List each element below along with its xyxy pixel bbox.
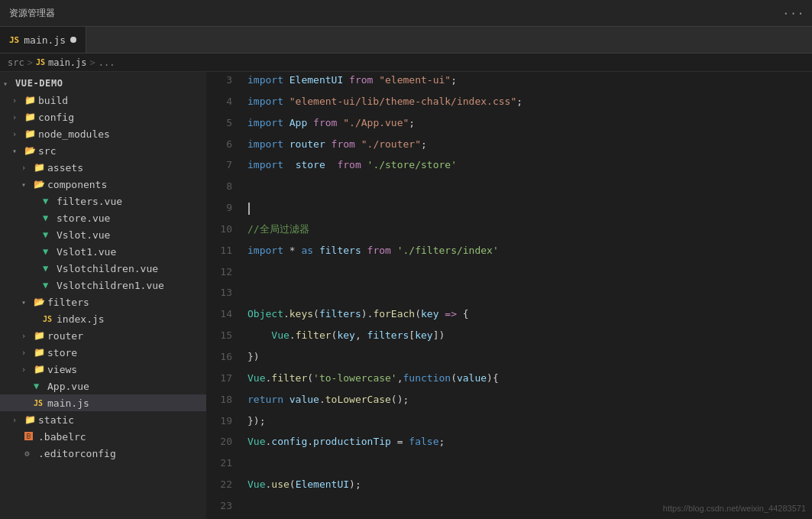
vslotchildren-icon: ▼ <box>43 263 57 274</box>
vslotchildren-label: Vslotchildren.vue <box>57 263 206 274</box>
sidebar-item-node-modules[interactable]: › 📁 node_modules <box>0 125 206 142</box>
filters-vue-icon: ▼ <box>43 196 57 206</box>
sidebar-item-store-vue[interactable]: ▼ store.vue <box>0 209 206 226</box>
code-line-18: 18 return value.toLowerCase(); <box>206 391 812 413</box>
sidebar-item-vslotchildren1-vue[interactable]: ▼ Vslotchildren1.vue <box>0 277 206 294</box>
index-js-label: index.js <box>57 313 206 325</box>
sidebar-item-vslotchildren-vue[interactable]: ▼ Vslotchildren.vue <box>0 260 206 277</box>
src-folder-icon: 📂 <box>24 145 38 156</box>
code-line-4: 4 import "element-ui/lib/theme-chalk/ind… <box>206 93 812 115</box>
sidebar-item-editorconfig[interactable]: ⚙ .editorconfig <box>0 445 206 462</box>
bc-sep2: > <box>90 57 95 68</box>
sidebar-item-babelrc[interactable]: 🅱 .babelrc <box>0 428 206 445</box>
sidebar-item-filters[interactable]: ▾ 📂 filters <box>0 294 206 310</box>
bc-src: src <box>8 57 24 68</box>
bc-filename: main.js <box>48 57 87 68</box>
sidebar-item-filters-vue[interactable]: ▼ filters.vue <box>0 193 206 209</box>
sidebar-item-build[interactable]: › 📁 build <box>0 92 206 109</box>
sidebar-item-config[interactable]: › 📁 config <box>0 109 206 125</box>
code-line-21: 21 <box>206 455 812 476</box>
vslotchildren1-icon: ▼ <box>43 280 57 290</box>
line-content-9 <box>244 199 812 221</box>
sidebar-item-index-js[interactable]: JS index.js <box>0 310 206 327</box>
line-num-14: 14 <box>206 306 244 327</box>
topbar: 资源管理器 ··· <box>0 0 812 27</box>
bc-dots: ... <box>99 57 115 68</box>
vslot1-vue-label: Vslot1.vue <box>57 246 206 258</box>
sidebar-project-root[interactable]: ▾ VUE-DEMO <box>0 75 206 92</box>
root-arrow-icon: ▾ <box>3 79 15 88</box>
sidebar-item-vslot1-vue[interactable]: ▼ Vslot1.vue <box>0 243 206 260</box>
code-line-11: 11 import * as filters from './filters/i… <box>206 242 812 264</box>
line-num-21: 21 <box>206 455 244 476</box>
line-content-7: import store from './store/store' <box>244 157 812 178</box>
more-options-button[interactable]: ··· <box>775 6 812 21</box>
line-content-20: Vue.config.productionTip = false; <box>244 433 812 455</box>
sidebar-item-src[interactable]: ▾ 📂 src <box>0 142 206 159</box>
src-label: src <box>38 145 206 157</box>
main-layout: ▾ VUE-DEMO › 📁 build › 📁 config › 📁 node… <box>0 72 812 519</box>
node-modules-folder-icon: 📁 <box>24 128 38 139</box>
breadcrumb: src > JS main.js > ... <box>0 54 812 72</box>
store-vue-label: store.vue <box>57 212 206 224</box>
sidebar-item-assets[interactable]: › 📁 assets <box>0 159 206 176</box>
line-content-14: Object.keys(filters).forEach(key => { <box>244 306 812 327</box>
router-label: router <box>47 330 206 342</box>
views-folder-icon: 📁 <box>34 364 47 375</box>
index-js-icon: JS <box>43 315 57 323</box>
line-content-22: Vue.use(ElementUI); <box>244 476 812 498</box>
project-name: VUE-DEMO <box>15 78 206 89</box>
config-arrow-icon: › <box>12 113 24 122</box>
code-line-22: 22 Vue.use(ElementUI); <box>206 476 812 498</box>
sidebar-item-views[interactable]: › 📁 views <box>0 361 206 378</box>
line-num-13: 13 <box>206 284 244 306</box>
line-num-6: 6 <box>206 136 244 157</box>
sidebar-item-app-vue[interactable]: ▼ App.vue <box>0 378 206 394</box>
code-line-7: 7 import store from './store/store' <box>206 157 812 178</box>
app-vue-label: App.vue <box>47 381 206 392</box>
watermark: https://blog.csdn.net/weixin_44283571 <box>663 504 806 513</box>
components-label: components <box>47 179 206 190</box>
line-num-10: 10 <box>206 221 244 242</box>
js-file-icon: JS <box>9 35 19 45</box>
sidebar-item-vslot-vue[interactable]: ▼ Vslot.vue <box>0 226 206 243</box>
sidebar-item-router[interactable]: › 📁 router <box>0 327 206 344</box>
assets-arrow-icon: › <box>21 164 34 172</box>
store-arrow-icon: › <box>21 349 34 357</box>
code-line-9: 9 <box>206 199 812 221</box>
sidebar-item-components[interactable]: ▾ 📂 components <box>0 176 206 193</box>
line-num-16: 16 <box>206 349 244 370</box>
code-line-20: 20 Vue.config.productionTip = false; <box>206 433 812 455</box>
explorer-title: 资源管理器 <box>0 7 775 20</box>
tab-bar: JS main.js <box>0 27 812 54</box>
sidebar-item-static[interactable]: › 📁 static <box>0 411 206 428</box>
line-num-17: 17 <box>206 370 244 391</box>
code-editor[interactable]: 3 import ElementUI from "element-ui"; 4 … <box>206 72 812 519</box>
bc-js-icon: JS <box>36 58 45 66</box>
sidebar: ▾ VUE-DEMO › 📁 build › 📁 config › 📁 node… <box>0 72 206 519</box>
line-content-21 <box>244 455 812 476</box>
line-content-10: //全局过滤器 <box>244 221 812 242</box>
line-num-15: 15 <box>206 327 244 349</box>
assets-folder-icon: 📁 <box>34 162 47 173</box>
tab-filename: main.js <box>24 34 66 46</box>
sidebar-item-store[interactable]: › 📁 store <box>0 344 206 361</box>
build-arrow-icon: › <box>12 96 24 105</box>
store-label: store <box>47 347 206 358</box>
line-num-19: 19 <box>206 413 244 434</box>
code-line-3: 3 import ElementUI from "element-ui"; <box>206 72 812 93</box>
vslot-vue-label: Vslot.vue <box>57 229 206 241</box>
static-folder-icon: 📁 <box>24 414 38 425</box>
sidebar-item-main-js[interactable]: JS main.js <box>0 394 206 411</box>
unsaved-indicator <box>70 37 76 43</box>
code-line-16: 16 }) <box>206 349 812 370</box>
tab-main-js[interactable]: JS main.js <box>0 27 86 53</box>
line-num-22: 22 <box>206 476 244 498</box>
editorconfig-icon: ⚙ <box>24 449 38 459</box>
node-modules-label: node_modules <box>38 128 206 140</box>
code-line-6: 6 import router from "./router"; <box>206 136 812 157</box>
code-line-5: 5 import App from "./App.vue"; <box>206 115 812 136</box>
line-num-5: 5 <box>206 115 244 136</box>
main-js-icon: JS <box>34 399 47 407</box>
views-arrow-icon: › <box>21 365 34 374</box>
